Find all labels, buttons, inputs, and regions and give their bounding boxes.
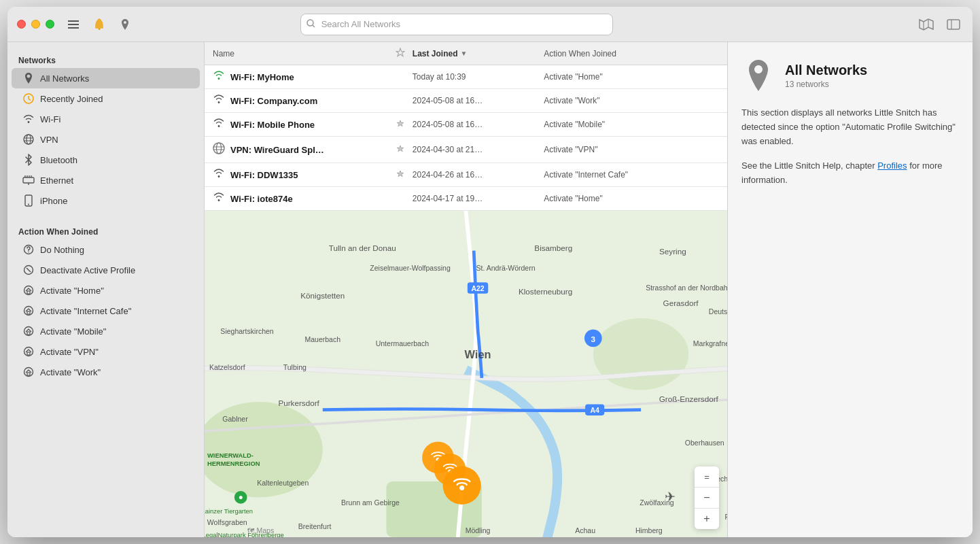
table-row[interactable]: Wi-Fi: Mobile Phone 2024-05-08 at 16… Ac… xyxy=(205,113,727,137)
sidebar-item-bluetooth[interactable]: Bluetooth xyxy=(12,150,200,170)
sidebar-item-ethernet[interactable]: Ethernet xyxy=(12,170,200,190)
svg-point-4 xyxy=(307,20,313,26)
svg-rect-8 xyxy=(947,20,960,29)
svg-text:🗺 Maps: 🗺 Maps xyxy=(247,526,275,534)
sidebar-item-activate-home[interactable]: Activate "Home" xyxy=(12,280,200,301)
sidebar-item-wifi[interactable]: Wi-Fi xyxy=(12,109,200,129)
col-header-last-joined[interactable]: Last Joined ▼ xyxy=(413,49,544,58)
table-row[interactable]: VPN: WireGuard Spl… 2024-04-30 at 21… Ac… xyxy=(205,137,727,163)
center-panel: Name Last Joined ▼ Action When Joined xyxy=(205,42,728,537)
search-input[interactable] xyxy=(300,14,613,35)
hamburger-icon[interactable] xyxy=(64,15,83,34)
ethernet-icon xyxy=(22,174,35,186)
svg-text:Klosterneuburg: Klosterneuburg xyxy=(519,287,572,296)
row-name: Wi-Fi: iote874e xyxy=(213,192,388,205)
table-row[interactable]: Wi-Fi: DDW1335 2024-04-26 at 16… Activat… xyxy=(205,163,727,187)
right-panel: All Networks 13 networks This section di… xyxy=(728,42,973,537)
svg-text:Gerasdorf: Gerasdorf xyxy=(663,299,699,307)
globe-icon xyxy=(213,142,225,157)
minimize-button[interactable] xyxy=(31,20,40,29)
svg-text:Wolfsgraben: Wolfsgraben xyxy=(207,518,247,526)
svg-point-14 xyxy=(27,135,31,144)
map-zoom-out-button[interactable]: − xyxy=(695,488,719,508)
sidebar-item-all-networks[interactable]: All Networks xyxy=(12,68,200,88)
svg-rect-32 xyxy=(27,311,30,314)
map-area[interactable]: A22 A4 3 Wien Tulln an der Donau Bisambe… xyxy=(205,211,727,537)
row-last-joined: 2024-04-17 at 19… xyxy=(413,194,544,203)
notification-icon[interactable] xyxy=(90,15,109,34)
svg-rect-38 xyxy=(27,373,30,375)
location-icon[interactable] xyxy=(116,15,135,34)
sidebar-item-activate-work-label: Activate "Work" xyxy=(40,367,101,377)
sidebar: Networks All Networks xyxy=(7,42,205,537)
sidebar-item-activate-work[interactable]: Activate "Work" xyxy=(12,362,200,382)
rp-description-1: This section displays all networks Littl… xyxy=(741,106,959,148)
rp-title: All Networks xyxy=(785,63,867,78)
svg-line-12 xyxy=(29,99,31,101)
table-row[interactable]: Wi-Fi: MyHome Today at 10:39 Activate "H… xyxy=(205,65,727,89)
svg-point-13 xyxy=(24,135,33,144)
do-nothing-icon xyxy=(22,243,35,256)
sidebar-item-deactivate[interactable]: Deactivate Active Profile xyxy=(12,260,200,280)
svg-point-26 xyxy=(28,252,29,253)
rp-header: All Networks 13 networks xyxy=(741,58,959,92)
sidebar-item-do-nothing[interactable]: Do Nothing xyxy=(12,239,200,260)
svg-text:Sieghartskirchen: Sieghartskirchen xyxy=(220,327,273,335)
activate-mobile-icon xyxy=(22,325,35,337)
svg-text:Achau: Achau xyxy=(575,526,595,534)
svg-text:Deutsch-Wagram: Deutsch-Wagram xyxy=(709,307,727,316)
sidebar-item-activate-mobile[interactable]: Activate "Mobile" xyxy=(12,321,200,341)
svg-text:3: 3 xyxy=(591,335,596,343)
svg-text:HERMENREGION: HERMENREGION xyxy=(207,460,260,467)
col-header-name: Name xyxy=(213,49,388,58)
maximize-button[interactable] xyxy=(46,20,54,29)
svg-text:Tulln an der Donau: Tulln an der Donau xyxy=(329,243,396,252)
search-icon xyxy=(307,19,315,30)
svg-text:Brunn am Gebirge: Brunn am Gebirge xyxy=(341,498,400,507)
main-content: Networks All Networks xyxy=(7,42,973,537)
row-pin xyxy=(388,170,413,180)
recently-joined-icon xyxy=(22,92,35,105)
svg-text:Tulbing: Tulbing xyxy=(283,363,307,371)
wifi-green-icon xyxy=(213,71,225,83)
svg-rect-34 xyxy=(27,332,30,335)
sidebar-item-activate-cafe[interactable]: Activate "Internet Cafe" xyxy=(12,301,200,321)
sidebar-item-recently-joined[interactable]: Recently Joined xyxy=(12,88,200,109)
svg-text:Zeiselmauer-Wolfpassing: Zeiselmauer-Wolfpassing xyxy=(370,264,451,272)
svg-text:Bisamberg: Bisamberg xyxy=(534,243,572,252)
sidebar-item-all-networks-label: All Networks xyxy=(40,73,89,84)
sidebar-item-wifi-label: Wi-Fi xyxy=(40,114,60,124)
svg-text:●: ● xyxy=(239,492,243,501)
sidebar-item-activate-vpn[interactable]: Activate "VPN" xyxy=(12,341,200,362)
row-name: Wi-Fi: DDW1335 xyxy=(213,169,388,181)
all-networks-icon xyxy=(22,72,35,84)
map-view-icon[interactable] xyxy=(917,15,936,34)
row-last-joined: 2024-04-26 at 16… xyxy=(413,170,544,180)
sidebar-item-activate-mobile-label: Activate "Mobile" xyxy=(40,326,106,337)
sort-arrow-icon: ▼ xyxy=(461,50,468,57)
svg-rect-17 xyxy=(23,177,34,183)
sidebar-item-vpn[interactable]: VPN xyxy=(12,129,200,150)
sidebar-item-iphone[interactable]: iPhone xyxy=(12,190,200,211)
row-action: Activate "VPN" xyxy=(544,145,719,154)
svg-line-5 xyxy=(313,25,315,27)
table-row[interactable]: Wi-Fi: Company.com 2024-05-08 at 16… Act… xyxy=(205,89,727,113)
table-row[interactable]: Wi-Fi: iote874e 2024-04-17 at 19… Activa… xyxy=(205,187,727,211)
sidebar-item-vpn-label: VPN xyxy=(40,135,58,145)
svg-text:Katzelsdorf: Katzelsdorf xyxy=(209,363,245,371)
map-zoom-in-button[interactable]: + xyxy=(695,509,719,529)
svg-text:Purkersdorf: Purkersdorf xyxy=(278,398,319,407)
vpn-icon xyxy=(22,133,35,146)
sidebar-item-recently-joined-label: Recently Joined xyxy=(40,94,103,104)
sidebar-toggle-icon[interactable] xyxy=(944,15,963,34)
search-bar[interactable] xyxy=(300,14,613,35)
wifi-icon xyxy=(22,113,35,125)
row-last-joined: 2024-04-30 at 21… xyxy=(413,145,544,154)
svg-text:Lainzer Tiergarten: Lainzer Tiergarten xyxy=(205,508,253,515)
map-equal-button[interactable]: = xyxy=(695,466,719,487)
close-button[interactable] xyxy=(17,20,26,29)
activate-work-icon xyxy=(22,366,35,378)
profiles-link[interactable]: Profiles xyxy=(877,160,907,171)
svg-text:Wien: Wien xyxy=(465,348,491,360)
svg-text:A4: A4 xyxy=(590,406,599,414)
